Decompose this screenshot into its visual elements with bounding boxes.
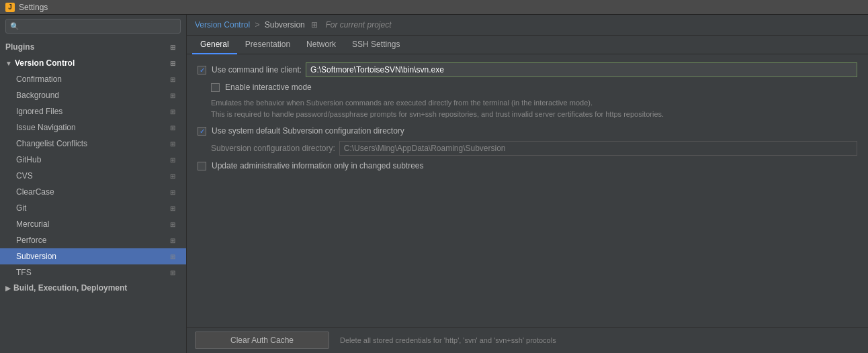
sidebar-item-perforce[interactable]: Perforce ⊞ bbox=[0, 232, 186, 248]
main-container: 🔍 Plugins ⊞ ▼ Version Control ⊞ Confirma… bbox=[0, 15, 868, 353]
title-bar: J Settings bbox=[0, 0, 868, 15]
breadcrumb-separator: > bbox=[255, 20, 259, 30]
sidebar-item-issue-navigation[interactable]: Issue Navigation ⊞ bbox=[0, 119, 186, 136]
config-dir-row: Subversion configuration directory: bbox=[211, 141, 857, 156]
collapse-arrow-build: ▶ bbox=[5, 285, 11, 292]
sidebar-item-git[interactable]: Git ⊞ bbox=[0, 200, 186, 216]
search-input[interactable] bbox=[22, 21, 176, 31]
breadcrumb-project-note: For current project bbox=[325, 20, 391, 30]
collapse-arrow: ▼ bbox=[5, 60, 12, 67]
sidebar-item-tfs[interactable]: TFS ⊞ bbox=[0, 264, 186, 281]
use-system-default-checkbox[interactable] bbox=[198, 127, 206, 136]
description-text: Emulates the behavior when Subversion co… bbox=[211, 97, 857, 119]
sidebar-icon-vc: ⊞ bbox=[167, 58, 178, 68]
sidebar-section: Plugins ⊞ ▼ Version Control ⊞ Confirmati… bbox=[0, 38, 186, 297]
use-command-line-label: Use command line client: bbox=[212, 65, 302, 74]
breadcrumb: Version Control > Subversion ⊞ For curre… bbox=[187, 15, 868, 36]
sidebar-icon-subversion: ⊞ bbox=[167, 251, 178, 262]
update-admin-label: Update administrative information only i… bbox=[212, 161, 424, 170]
breadcrumb-icon: ⊞ bbox=[311, 20, 318, 30]
tab-presentation[interactable]: Presentation bbox=[237, 36, 298, 54]
use-command-line-row: Use command line client: bbox=[198, 62, 857, 77]
update-admin-checkbox[interactable] bbox=[198, 162, 206, 170]
update-admin-row: Update administrative information only i… bbox=[198, 161, 857, 170]
enable-interactive-label: Enable interactive mode bbox=[225, 83, 312, 92]
enable-interactive-row: Enable interactive mode bbox=[211, 83, 857, 92]
sidebar-icon-tfs: ⊞ bbox=[167, 267, 178, 278]
sidebar-icon-plugins: ⊞ bbox=[167, 42, 178, 52]
bottom-bar: Clear Auth Cache Delete all stored crede… bbox=[187, 327, 868, 353]
settings-panel: Use command line client: Enable interact… bbox=[187, 54, 868, 327]
use-command-line-checkbox[interactable] bbox=[198, 66, 206, 74]
use-system-default-row: Use system default Subversion configurat… bbox=[198, 126, 857, 136]
sidebar-icon-perforce: ⊞ bbox=[167, 235, 178, 246]
tab-network[interactable]: Network bbox=[298, 36, 344, 54]
sidebar-item-ignored-files[interactable]: Ignored Files ⊞ bbox=[0, 103, 186, 119]
use-system-default-label: Use system default Subversion configurat… bbox=[212, 126, 404, 136]
sidebar-icon-confirmation: ⊞ bbox=[167, 74, 178, 85]
sidebar-icon-mercurial: ⊞ bbox=[167, 219, 178, 230]
sidebar-icon-ignored: ⊞ bbox=[167, 106, 178, 117]
title-bar-text: Settings bbox=[19, 3, 48, 12]
sidebar-icon-issue: ⊞ bbox=[167, 122, 178, 133]
tab-general[interactable]: General bbox=[192, 36, 237, 54]
breadcrumb-link[interactable]: Version Control bbox=[195, 20, 250, 30]
search-box[interactable]: 🔍 bbox=[5, 19, 181, 34]
breadcrumb-current: Subversion bbox=[265, 20, 305, 30]
sidebar-icon-changelist: ⊞ bbox=[167, 138, 178, 149]
config-dir-input[interactable] bbox=[339, 141, 857, 156]
sidebar-item-clearcase[interactable]: ClearCase ⊞ bbox=[0, 184, 186, 200]
sidebar-item-changelist-conflicts[interactable]: Changelist Conflicts ⊞ bbox=[0, 136, 186, 152]
command-line-input[interactable] bbox=[306, 62, 857, 77]
sidebar-item-plugins[interactable]: Plugins ⊞ bbox=[0, 39, 186, 55]
clear-cache-button[interactable]: Clear Auth Cache bbox=[195, 332, 329, 349]
sidebar-item-confirmation[interactable]: Confirmation ⊞ bbox=[0, 71, 186, 87]
tab-ssh-settings[interactable]: SSH Settings bbox=[344, 36, 408, 54]
sidebar-item-subversion[interactable]: Subversion ⊞ bbox=[0, 248, 186, 264]
search-icon: 🔍 bbox=[10, 22, 19, 31]
sidebar-icon-clearcase: ⊞ bbox=[167, 187, 178, 197]
sidebar-icon-git: ⊞ bbox=[167, 203, 178, 213]
content-area: Version Control > Subversion ⊞ For curre… bbox=[187, 15, 868, 353]
sidebar-item-mercurial[interactable]: Mercurial ⊞ bbox=[0, 216, 186, 232]
sidebar-item-cvs[interactable]: CVS ⊞ bbox=[0, 168, 186, 184]
sidebar-item-build-execution[interactable]: ▶ Build, Execution, Deployment bbox=[0, 281, 186, 295]
sidebar-item-version-control[interactable]: ▼ Version Control ⊞ bbox=[0, 55, 186, 71]
config-dir-label: Subversion configuration directory: bbox=[211, 144, 335, 153]
sidebar-item-github[interactable]: GitHub ⊞ bbox=[0, 152, 186, 168]
sidebar-icon-cvs: ⊞ bbox=[167, 170, 178, 181]
sidebar-item-background[interactable]: Background ⊞ bbox=[0, 87, 186, 103]
sidebar-icon-github: ⊞ bbox=[167, 154, 178, 165]
bottom-note: Delete all stored credentials for 'http'… bbox=[340, 336, 556, 344]
enable-interactive-checkbox[interactable] bbox=[211, 83, 220, 92]
tab-bar: General Presentation Network SSH Setting… bbox=[187, 36, 868, 54]
sidebar-icon-background: ⊞ bbox=[167, 90, 178, 101]
app-icon: J bbox=[5, 3, 15, 12]
sidebar: 🔍 Plugins ⊞ ▼ Version Control ⊞ Confirma… bbox=[0, 15, 187, 353]
